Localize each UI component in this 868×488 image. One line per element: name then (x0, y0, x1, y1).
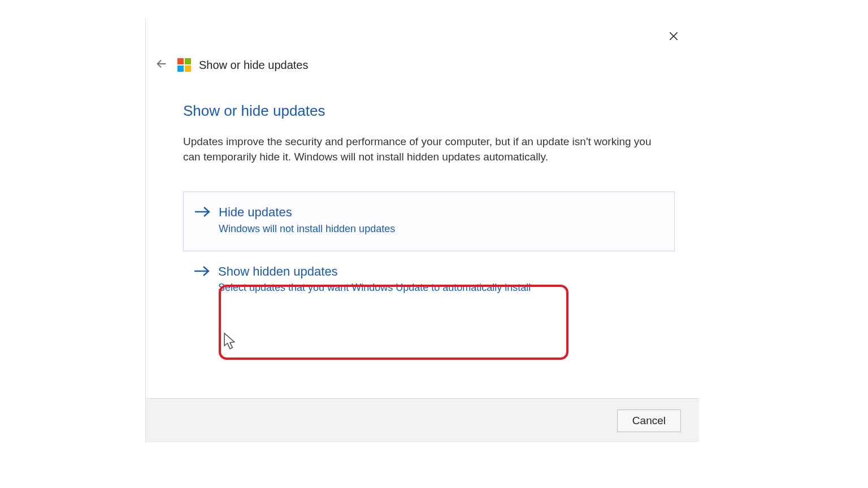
arrow-left-icon (155, 58, 168, 72)
microsoft-logo-icon (177, 58, 191, 72)
header-row: Show or hide updates (154, 57, 308, 73)
option-hide-updates[interactable]: Hide updates Windows will not install hi… (194, 201, 664, 238)
close-icon (668, 30, 679, 44)
option-hide-updates-box[interactable]: Hide updates Windows will not install hi… (183, 191, 675, 251)
troubleshooter-dialog: Show or hide updates Show or hide update… (145, 19, 699, 442)
content-area: Show or hide updates Updates improve the… (183, 102, 675, 297)
arrow-right-icon (193, 265, 210, 282)
cursor-icon (224, 333, 236, 348)
arrow-right-icon (194, 206, 211, 223)
cancel-button[interactable]: Cancel (617, 409, 681, 432)
dialog-footer: Cancel (146, 398, 699, 442)
option-title: Hide updates (219, 204, 395, 221)
option-show-hidden-updates[interactable]: Show hidden updates Select updates that … (193, 260, 665, 298)
page-description: Updates improve the security and perform… (183, 134, 669, 164)
option-title: Show hidden updates (218, 264, 531, 280)
close-button[interactable] (665, 29, 682, 46)
window-title: Show or hide updates (199, 59, 308, 72)
svg-marker-5 (224, 333, 235, 348)
option-subtitle: Select updates that you want Windows Upd… (218, 282, 531, 294)
option-text-group: Show hidden updates Select updates that … (218, 264, 531, 294)
back-button[interactable] (154, 57, 170, 73)
option-text-group: Hide updates Windows will not install hi… (219, 204, 395, 235)
option-subtitle: Windows will not install hidden updates (219, 223, 395, 235)
page-heading: Show or hide updates (183, 102, 675, 120)
